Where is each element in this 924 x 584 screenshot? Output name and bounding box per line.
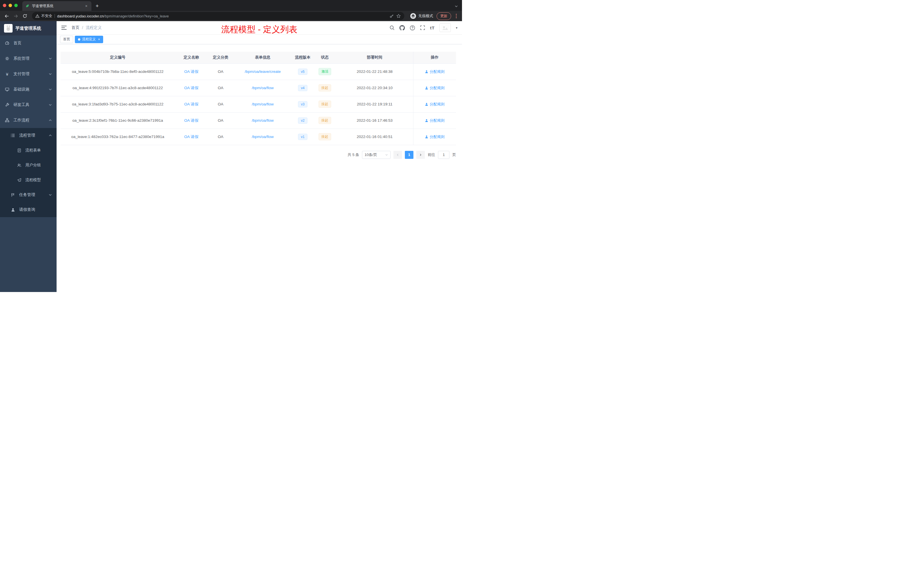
person-icon <box>10 208 15 212</box>
tag-home[interactable]: 首页 <box>60 36 73 43</box>
sidebar-item-leave-query[interactable]: 请假查询 <box>0 202 56 217</box>
goto-page-input[interactable] <box>438 151 449 159</box>
security-indicator[interactable]: 不安全 <box>35 13 52 18</box>
tags-view-bar: 首页 流程定义 × <box>56 35 462 44</box>
chevron-up-icon <box>49 134 52 137</box>
address-bar[interactable]: 不安全 dashboard.yudao.iocoder.cn/bpm/manag… <box>32 12 404 20</box>
zoom-window-button[interactable] <box>14 4 18 7</box>
sidebar-item-workflow[interactable]: 工作流程 <box>0 112 56 128</box>
workflow-submenu: 流程管理 流程表单 用户分组 <box>0 128 56 217</box>
version-badge: v5 <box>298 69 307 75</box>
hamburger-icon[interactable] <box>61 25 67 30</box>
incognito-label: 无痕模式 <box>418 13 433 18</box>
sidebar-item-process-form[interactable]: 流程表单 <box>0 143 56 158</box>
cell-deploy-time: 2022-01-16 17:46:53 <box>336 112 413 129</box>
version-badge: v2 <box>298 117 307 124</box>
browser-menu-kebab-icon[interactable] <box>454 14 459 18</box>
definition-name-link[interactable]: OA 请假 <box>184 102 198 106</box>
app-title: 芋道管理系统 <box>15 26 41 31</box>
tab-title: 芋道管理系统 <box>32 4 82 8</box>
help-icon[interactable] <box>410 25 415 31</box>
table-row: oa_leave:4:991f2193-7b7f-11ec-a3c8-acde4… <box>61 80 456 96</box>
sidebar-item-infrastructure[interactable]: 基础设施 <box>0 82 56 97</box>
search-icon[interactable] <box>389 25 394 30</box>
status-badge: 挂起 <box>318 133 331 140</box>
definition-name-link[interactable]: OA 请假 <box>184 69 198 74</box>
definition-name-link[interactable]: OA 请假 <box>184 118 198 122</box>
assign-rule-link[interactable]: 分配规则 <box>425 86 445 91</box>
tab-favicon-leaf-icon <box>25 4 30 8</box>
cell-category: OA <box>208 129 233 145</box>
sidebar-item-label: 首页 <box>13 41 21 46</box>
form-info-link[interactable]: /bpm/oa/flow <box>252 118 274 122</box>
form-info-link[interactable]: /bpm/oa/flow <box>252 86 274 90</box>
security-label: 不安全 <box>41 13 52 18</box>
active-tag-dot <box>78 38 80 41</box>
document-icon <box>16 148 22 153</box>
browser-tab[interactable]: 芋道管理系统 × <box>22 1 91 11</box>
form-info-link[interactable]: /bpm/oa/leave/create <box>244 69 280 74</box>
page-number-button[interactable]: 1 <box>405 151 413 159</box>
sidebar-item-label: 基础设施 <box>13 87 30 92</box>
bookmark-star-icon[interactable] <box>396 14 401 18</box>
status-badge: 挂起 <box>318 84 331 91</box>
prev-page-button[interactable] <box>393 151 402 159</box>
caret-down-icon[interactable]: ▾ <box>456 26 457 30</box>
tag-process-definition[interactable]: 流程定义 × <box>75 36 103 43</box>
breadcrumb: 首页 / 流程定义 <box>71 25 102 30</box>
sidebar-item-payment-mgmt[interactable]: ¥ 支付管理 <box>0 66 56 82</box>
sidebar-item-label: 系统管理 <box>13 56 30 61</box>
next-page-button[interactable] <box>416 151 425 159</box>
cell-category: OA <box>208 63 233 80</box>
minimize-window-button[interactable] <box>8 4 12 7</box>
url-text[interactable]: dashboard.yudao.iocoder.cn/bpm/manager/d… <box>57 14 387 18</box>
navbar-tools: tT ▾ <box>389 23 457 32</box>
font-size-icon[interactable]: tT <box>430 25 435 30</box>
assign-rule-link[interactable]: 分配规则 <box>425 102 445 107</box>
chevron-down-icon <box>385 153 388 156</box>
definition-name-link[interactable]: OA 请假 <box>184 86 198 90</box>
assign-rule-link[interactable]: 分配规则 <box>425 134 445 139</box>
sidebar-item-task-mgmt[interactable]: 任务管理 <box>0 187 56 202</box>
assign-rule-link[interactable]: 分配规则 <box>425 118 445 123</box>
new-tab-button[interactable]: + <box>93 2 101 10</box>
tab-close-icon[interactable]: × <box>84 4 89 8</box>
sidebar-item-process-mgmt[interactable]: 流程管理 <box>0 128 56 143</box>
sidebar-item-process-model[interactable]: 流程模型 <box>0 173 56 187</box>
cell-deploy-time: 2022-01-16 01:40:51 <box>336 129 413 145</box>
dashboard-icon <box>5 41 10 45</box>
yen-icon: ¥ <box>5 72 10 76</box>
close-window-button[interactable] <box>3 4 6 7</box>
refresh-button[interactable] <box>21 12 29 20</box>
sidebar-item-label: 研发工具 <box>13 102 30 107</box>
update-button[interactable]: 更新 <box>437 12 451 20</box>
avatar[interactable] <box>439 23 451 32</box>
fullscreen-icon[interactable] <box>420 25 425 30</box>
table-header-row: 定义编号 定义名称 定义分类 表单信息 流程版本 状态 部署时间 操作 <box>61 52 456 63</box>
sidebar-item-user-group[interactable]: 用户分组 <box>0 158 56 173</box>
definition-name-link[interactable]: OA 请假 <box>184 135 198 139</box>
page-size-select[interactable]: 10条/页 <box>362 151 391 159</box>
chevron-down-icon <box>49 57 52 60</box>
sidebar-item-dev-tools[interactable]: 研发工具 <box>0 97 56 112</box>
browser-toolbar: 不安全 dashboard.yudao.iocoder.cn/bpm/manag… <box>0 11 462 21</box>
tab-search-chevron-icon[interactable] <box>455 5 458 8</box>
form-info-link[interactable]: /bpm/oa/flow <box>252 102 274 106</box>
breadcrumb-home[interactable]: 首页 <box>71 25 79 30</box>
cell-definition-id: oa_leave:2:3c1f0ef1-76b1-11ec-9c66-a2380… <box>61 112 175 129</box>
sidebar-logo[interactable]: 芋道管理系统 <box>0 21 56 35</box>
cell-category: OA <box>208 96 233 112</box>
sidebar-item-system-mgmt[interactable]: 系统管理 <box>0 51 56 66</box>
tag-close-icon[interactable]: × <box>98 38 100 41</box>
forward-button[interactable] <box>12 12 20 20</box>
assign-rule-link[interactable]: 分配规则 <box>425 69 445 74</box>
form-info-link[interactable]: /bpm/oa/flow <box>252 135 274 139</box>
assign-rule-label: 分配规则 <box>430 69 445 74</box>
browser-tabstrip: 芋道管理系统 × + <box>0 0 462 11</box>
content-area: 定义编号 定义名称 定义分类 表单信息 流程版本 状态 部署时间 操作 oa_l <box>56 44 462 292</box>
github-icon[interactable] <box>399 25 405 31</box>
back-button[interactable] <box>2 12 11 20</box>
password-key-icon[interactable] <box>389 14 394 18</box>
warning-icon <box>35 14 40 18</box>
sidebar-item-home[interactable]: 首页 <box>0 35 56 51</box>
